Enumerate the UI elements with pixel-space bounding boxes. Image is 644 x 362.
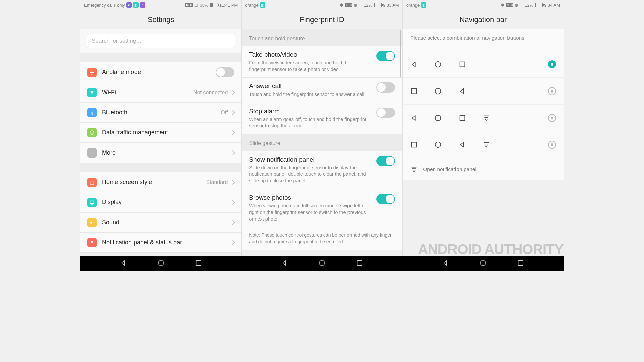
nav-option-1[interactable] [403, 51, 564, 78]
browse-photos-toggle[interactable] [376, 194, 395, 204]
signal-icon [520, 3, 523, 7]
airplane-toggle[interactable] [216, 67, 234, 77]
footer-note: Note: These touch control gestures can b… [241, 227, 402, 250]
clock: 9:33 AM [383, 3, 399, 8]
home-icon [434, 141, 442, 148]
item-desc: Slide down on the fingerprint sensor to … [249, 165, 371, 184]
fingerprint-panel: orange ◧ ✱ NFC ◉ 12% 9:33 AM Fingerprint… [241, 0, 402, 256]
chevron-right-icon [230, 150, 235, 155]
chevron-right-icon [230, 180, 235, 184]
carrier-text: orange [245, 3, 258, 8]
item-label: Wi-Fi [102, 89, 193, 96]
nav-option-radio[interactable] [548, 114, 556, 122]
app-icon: ≡ [140, 2, 145, 8]
back-icon [410, 114, 418, 122]
nav-option-3[interactable] [403, 105, 564, 131]
wifi-icon: ◉ [515, 3, 518, 8]
data-traffic-item[interactable]: Data traffic management [80, 123, 241, 143]
answer-call-toggle[interactable] [376, 82, 395, 93]
chevron-right-icon [230, 110, 235, 115]
bell-icon [87, 238, 97, 247]
nav-legend: : Open notification panel [403, 158, 564, 180]
section-header: Slide gesture [241, 134, 402, 151]
data-icon [87, 128, 97, 137]
item-value: Standard [206, 179, 228, 185]
item-title: Stop alarm [249, 108, 371, 115]
nav-option-radio[interactable] [548, 141, 556, 149]
item-desc: From the viewfinder screen, touch and ho… [249, 60, 371, 73]
nav-option-2[interactable] [403, 78, 564, 105]
item-label: Notification panel & status bar [102, 239, 231, 246]
chevron-right-icon [230, 90, 235, 95]
chevron-right-icon [230, 240, 235, 245]
settings-panel: Emergency calls only ♥ ◧ ≡ NFC 🗋 38% 11:… [80, 0, 241, 256]
sys-home-button[interactable] [318, 259, 326, 268]
wifi-icon: ◉ [354, 3, 357, 8]
nfc-icon: NFC [345, 3, 352, 7]
scrollbar[interactable] [400, 30, 401, 77]
bluetooth-item[interactable]: Bluetooth Off [80, 103, 241, 123]
sys-back-button[interactable] [281, 259, 288, 268]
display-item[interactable]: Display [80, 192, 241, 213]
home-icon [87, 178, 97, 187]
notification-panel-item[interactable]: Notification panel & status bar [80, 233, 241, 253]
app-icon: ◧ [421, 2, 426, 8]
item-label: Airplane mode [102, 69, 216, 76]
home-screen-item[interactable]: Home screen style Standard [80, 172, 241, 192]
take-photo-toggle[interactable] [376, 51, 395, 61]
more-item[interactable]: More [80, 143, 241, 163]
sys-recent-button[interactable] [517, 259, 524, 268]
sys-recent-button[interactable] [356, 259, 363, 268]
wifi-icon [87, 88, 97, 97]
section-gap [80, 53, 241, 62]
bluetooth-icon [87, 108, 97, 117]
display-icon [87, 198, 97, 207]
status-bar: Emergency calls only ♥ ◧ ≡ NFC 🗋 38% 11:… [80, 0, 241, 10]
battery-icon [374, 3, 382, 7]
item-title: Take photo/video [249, 51, 371, 58]
stop-alarm-toggle[interactable] [376, 108, 395, 118]
sys-back-button[interactable] [120, 259, 127, 268]
item-desc: When viewing photos in full screen mode,… [249, 203, 371, 223]
battery-percent: 38% [200, 3, 209, 8]
sys-recent-button[interactable] [195, 259, 202, 268]
status-bar: orange ◧ ✱ NFC ◉ 12% 9:33 AM [241, 0, 402, 10]
page-title: Fingerprint ID [241, 10, 402, 29]
battery-percent: 12% [364, 3, 372, 8]
item-label: Data traffic management [102, 129, 231, 136]
browse-photos-item[interactable]: Browse photos When viewing photos in ful… [241, 189, 402, 228]
nav-prompt: Please select a combination of navigatio… [403, 29, 564, 51]
back-icon [410, 61, 418, 68]
search-input[interactable] [87, 34, 235, 48]
sound-icon [87, 218, 97, 227]
item-value: Not connected [193, 89, 228, 96]
sys-home-button[interactable] [157, 259, 165, 268]
answer-call-item[interactable]: Answer call Touch and hold the fingerpri… [241, 78, 402, 103]
item-value: Off [221, 110, 228, 116]
nav-option-radio[interactable] [548, 60, 556, 68]
sys-back-button[interactable] [442, 259, 449, 268]
chevron-right-icon [230, 220, 235, 225]
back-icon [459, 141, 466, 148]
section-header: Touch and hold gesture [241, 29, 402, 46]
show-notification-item[interactable]: Show notification panel Slide down on th… [241, 151, 402, 189]
take-photo-item[interactable]: Take photo/video From the viewfinder scr… [241, 46, 402, 78]
system-nav-bar [80, 256, 564, 272]
battery-icon [535, 3, 543, 7]
nav-option-radio[interactable] [548, 87, 556, 95]
nav-option-4[interactable] [403, 131, 564, 158]
clock: 11:41 PM [219, 3, 238, 8]
sound-item[interactable]: Sound [80, 213, 241, 233]
wifi-item[interactable]: Wi-Fi Not connected [80, 82, 241, 103]
battery-percent: 12% [525, 3, 533, 8]
clock: 9:34 AM [544, 3, 560, 8]
recent-icon [410, 141, 418, 148]
airplane-mode-item[interactable]: Airplane mode [80, 62, 241, 82]
recent-icon [410, 87, 418, 95]
item-label: More [102, 149, 231, 156]
home-icon [434, 87, 442, 95]
notif-icon [483, 141, 490, 148]
stop-alarm-item[interactable]: Stop alarm When an alarm goes off, touch… [241, 103, 402, 134]
show-notification-toggle[interactable] [376, 156, 395, 166]
sys-home-button[interactable] [479, 259, 487, 268]
